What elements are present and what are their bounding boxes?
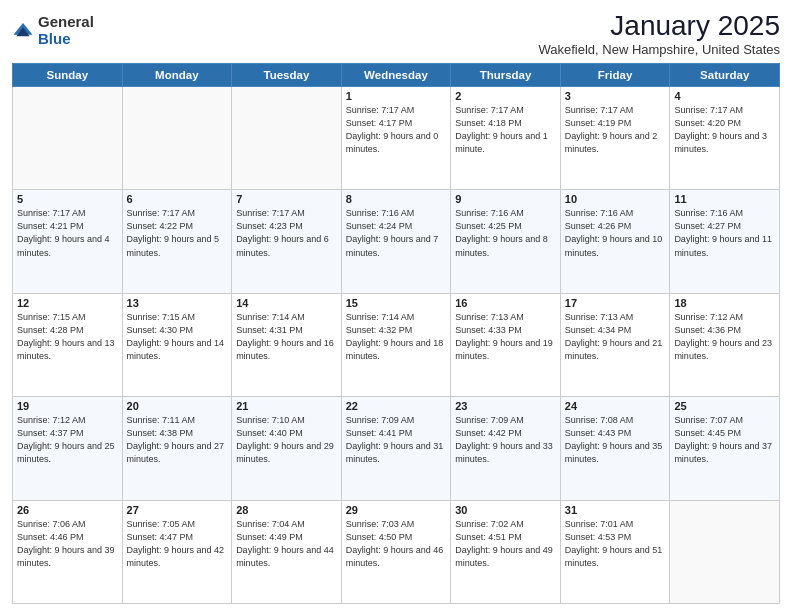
day-info: Sunrise: 7:14 AMSunset: 4:32 PMDaylight:… bbox=[346, 312, 444, 361]
day-info: Sunrise: 7:08 AMSunset: 4:43 PMDaylight:… bbox=[565, 415, 663, 464]
calendar-cell-w5-d6: 31Sunrise: 7:01 AMSunset: 4:53 PMDayligh… bbox=[560, 500, 670, 603]
day-number: 17 bbox=[565, 297, 666, 309]
day-number: 14 bbox=[236, 297, 337, 309]
day-info: Sunrise: 7:13 AMSunset: 4:33 PMDaylight:… bbox=[455, 312, 553, 361]
day-number: 11 bbox=[674, 193, 775, 205]
day-number: 2 bbox=[455, 90, 556, 102]
calendar-cell-w4-d2: 20Sunrise: 7:11 AMSunset: 4:38 PMDayligh… bbox=[122, 397, 232, 500]
day-number: 9 bbox=[455, 193, 556, 205]
day-number: 18 bbox=[674, 297, 775, 309]
calendar-cell-w3-d7: 18Sunrise: 7:12 AMSunset: 4:36 PMDayligh… bbox=[670, 293, 780, 396]
month-title: January 2025 bbox=[538, 10, 780, 42]
day-info: Sunrise: 7:02 AMSunset: 4:51 PMDaylight:… bbox=[455, 519, 553, 568]
day-number: 28 bbox=[236, 504, 337, 516]
day-number: 20 bbox=[127, 400, 228, 412]
calendar-cell-w5-d2: 27Sunrise: 7:05 AMSunset: 4:47 PMDayligh… bbox=[122, 500, 232, 603]
day-info: Sunrise: 7:14 AMSunset: 4:31 PMDaylight:… bbox=[236, 312, 334, 361]
day-number: 1 bbox=[346, 90, 447, 102]
calendar-cell-w2-d5: 9Sunrise: 7:16 AMSunset: 4:25 PMDaylight… bbox=[451, 190, 561, 293]
calendar-cell-w5-d5: 30Sunrise: 7:02 AMSunset: 4:51 PMDayligh… bbox=[451, 500, 561, 603]
day-info: Sunrise: 7:17 AMSunset: 4:19 PMDaylight:… bbox=[565, 105, 658, 154]
calendar-cell-w3-d5: 16Sunrise: 7:13 AMSunset: 4:33 PMDayligh… bbox=[451, 293, 561, 396]
calendar-table: Sunday Monday Tuesday Wednesday Thursday… bbox=[12, 63, 780, 604]
calendar-week-1: 1Sunrise: 7:17 AMSunset: 4:17 PMDaylight… bbox=[13, 87, 780, 190]
col-monday: Monday bbox=[122, 64, 232, 87]
day-info: Sunrise: 7:09 AMSunset: 4:41 PMDaylight:… bbox=[346, 415, 444, 464]
calendar-cell-w5-d7 bbox=[670, 500, 780, 603]
calendar-cell-w1-d2 bbox=[122, 87, 232, 190]
calendar-cell-w3-d3: 14Sunrise: 7:14 AMSunset: 4:31 PMDayligh… bbox=[232, 293, 342, 396]
calendar-cell-w4-d4: 22Sunrise: 7:09 AMSunset: 4:41 PMDayligh… bbox=[341, 397, 451, 500]
day-info: Sunrise: 7:04 AMSunset: 4:49 PMDaylight:… bbox=[236, 519, 334, 568]
calendar-cell-w5-d4: 29Sunrise: 7:03 AMSunset: 4:50 PMDayligh… bbox=[341, 500, 451, 603]
calendar-cell-w1-d3 bbox=[232, 87, 342, 190]
header: General Blue January 2025 Wakefield, New… bbox=[12, 10, 780, 57]
day-number: 10 bbox=[565, 193, 666, 205]
day-info: Sunrise: 7:17 AMSunset: 4:17 PMDaylight:… bbox=[346, 105, 439, 154]
calendar-week-4: 19Sunrise: 7:12 AMSunset: 4:37 PMDayligh… bbox=[13, 397, 780, 500]
logo-general-text: General bbox=[38, 14, 94, 31]
logo-blue-text: Blue bbox=[38, 31, 94, 48]
location-text: Wakefield, New Hampshire, United States bbox=[538, 42, 780, 57]
day-number: 29 bbox=[346, 504, 447, 516]
calendar-cell-w5-d3: 28Sunrise: 7:04 AMSunset: 4:49 PMDayligh… bbox=[232, 500, 342, 603]
col-friday: Friday bbox=[560, 64, 670, 87]
calendar-week-2: 5Sunrise: 7:17 AMSunset: 4:21 PMDaylight… bbox=[13, 190, 780, 293]
day-number: 5 bbox=[17, 193, 118, 205]
day-info: Sunrise: 7:12 AMSunset: 4:37 PMDaylight:… bbox=[17, 415, 115, 464]
calendar-cell-w2-d4: 8Sunrise: 7:16 AMSunset: 4:24 PMDaylight… bbox=[341, 190, 451, 293]
day-number: 16 bbox=[455, 297, 556, 309]
logo-text: General Blue bbox=[38, 14, 94, 47]
calendar-cell-w3-d6: 17Sunrise: 7:13 AMSunset: 4:34 PMDayligh… bbox=[560, 293, 670, 396]
day-number: 22 bbox=[346, 400, 447, 412]
day-info: Sunrise: 7:17 AMSunset: 4:22 PMDaylight:… bbox=[127, 208, 220, 257]
day-number: 13 bbox=[127, 297, 228, 309]
day-info: Sunrise: 7:16 AMSunset: 4:24 PMDaylight:… bbox=[346, 208, 439, 257]
calendar-cell-w2-d2: 6Sunrise: 7:17 AMSunset: 4:22 PMDaylight… bbox=[122, 190, 232, 293]
calendar-week-5: 26Sunrise: 7:06 AMSunset: 4:46 PMDayligh… bbox=[13, 500, 780, 603]
day-number: 8 bbox=[346, 193, 447, 205]
logo: General Blue bbox=[12, 14, 94, 47]
calendar-header-row: Sunday Monday Tuesday Wednesday Thursday… bbox=[13, 64, 780, 87]
day-number: 15 bbox=[346, 297, 447, 309]
day-info: Sunrise: 7:16 AMSunset: 4:25 PMDaylight:… bbox=[455, 208, 548, 257]
calendar-cell-w2-d1: 5Sunrise: 7:17 AMSunset: 4:21 PMDaylight… bbox=[13, 190, 123, 293]
day-info: Sunrise: 7:17 AMSunset: 4:20 PMDaylight:… bbox=[674, 105, 767, 154]
day-number: 27 bbox=[127, 504, 228, 516]
calendar-cell-w4-d5: 23Sunrise: 7:09 AMSunset: 4:42 PMDayligh… bbox=[451, 397, 561, 500]
day-info: Sunrise: 7:11 AMSunset: 4:38 PMDaylight:… bbox=[127, 415, 225, 464]
title-block: January 2025 Wakefield, New Hampshire, U… bbox=[538, 10, 780, 57]
calendar-cell-w4-d3: 21Sunrise: 7:10 AMSunset: 4:40 PMDayligh… bbox=[232, 397, 342, 500]
day-info: Sunrise: 7:05 AMSunset: 4:47 PMDaylight:… bbox=[127, 519, 225, 568]
day-info: Sunrise: 7:07 AMSunset: 4:45 PMDaylight:… bbox=[674, 415, 772, 464]
day-info: Sunrise: 7:15 AMSunset: 4:30 PMDaylight:… bbox=[127, 312, 225, 361]
day-number: 24 bbox=[565, 400, 666, 412]
day-info: Sunrise: 7:03 AMSunset: 4:50 PMDaylight:… bbox=[346, 519, 444, 568]
calendar-cell-w1-d5: 2Sunrise: 7:17 AMSunset: 4:18 PMDaylight… bbox=[451, 87, 561, 190]
calendar-cell-w3-d1: 12Sunrise: 7:15 AMSunset: 4:28 PMDayligh… bbox=[13, 293, 123, 396]
calendar-cell-w5-d1: 26Sunrise: 7:06 AMSunset: 4:46 PMDayligh… bbox=[13, 500, 123, 603]
day-number: 12 bbox=[17, 297, 118, 309]
calendar-week-3: 12Sunrise: 7:15 AMSunset: 4:28 PMDayligh… bbox=[13, 293, 780, 396]
day-info: Sunrise: 7:17 AMSunset: 4:18 PMDaylight:… bbox=[455, 105, 548, 154]
day-info: Sunrise: 7:01 AMSunset: 4:53 PMDaylight:… bbox=[565, 519, 663, 568]
day-number: 26 bbox=[17, 504, 118, 516]
calendar-cell-w2-d6: 10Sunrise: 7:16 AMSunset: 4:26 PMDayligh… bbox=[560, 190, 670, 293]
calendar-cell-w1-d7: 4Sunrise: 7:17 AMSunset: 4:20 PMDaylight… bbox=[670, 87, 780, 190]
page: General Blue January 2025 Wakefield, New… bbox=[0, 0, 792, 612]
day-number: 6 bbox=[127, 193, 228, 205]
day-info: Sunrise: 7:13 AMSunset: 4:34 PMDaylight:… bbox=[565, 312, 663, 361]
calendar-cell-w4-d7: 25Sunrise: 7:07 AMSunset: 4:45 PMDayligh… bbox=[670, 397, 780, 500]
calendar-cell-w4-d6: 24Sunrise: 7:08 AMSunset: 4:43 PMDayligh… bbox=[560, 397, 670, 500]
logo-icon bbox=[12, 20, 34, 42]
col-thursday: Thursday bbox=[451, 64, 561, 87]
calendar-cell-w1-d6: 3Sunrise: 7:17 AMSunset: 4:19 PMDaylight… bbox=[560, 87, 670, 190]
calendar-cell-w2-d3: 7Sunrise: 7:17 AMSunset: 4:23 PMDaylight… bbox=[232, 190, 342, 293]
day-info: Sunrise: 7:17 AMSunset: 4:23 PMDaylight:… bbox=[236, 208, 329, 257]
col-wednesday: Wednesday bbox=[341, 64, 451, 87]
day-info: Sunrise: 7:09 AMSunset: 4:42 PMDaylight:… bbox=[455, 415, 553, 464]
calendar-cell-w1-d1 bbox=[13, 87, 123, 190]
day-number: 25 bbox=[674, 400, 775, 412]
day-info: Sunrise: 7:17 AMSunset: 4:21 PMDaylight:… bbox=[17, 208, 110, 257]
calendar-cell-w3-d4: 15Sunrise: 7:14 AMSunset: 4:32 PMDayligh… bbox=[341, 293, 451, 396]
